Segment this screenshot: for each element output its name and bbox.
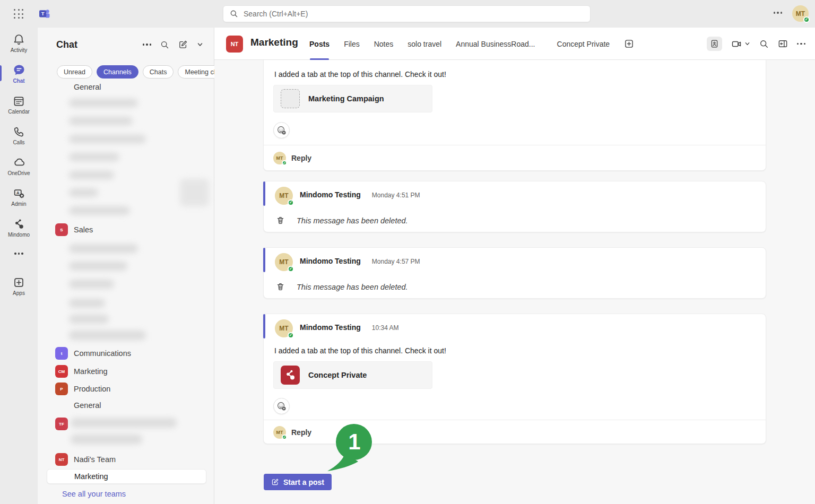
team-avatar-communications: t (55, 347, 68, 360)
calendar-icon (13, 95, 25, 107)
tab-solo-travel[interactable]: solo travel (408, 28, 441, 60)
author-avatar[interactable]: MT ✓ (275, 187, 293, 205)
roster-button[interactable] (707, 37, 722, 51)
rail-item-chat[interactable]: Chat (0, 58, 38, 89)
bell-icon (13, 33, 25, 46)
team-communications[interactable]: Communications (74, 346, 131, 361)
post-card-2: MT ✓ Mindomo Testing Monday 4:51 PM This… (263, 181, 766, 232)
rail-more-icon[interactable] (0, 243, 38, 264)
rail-item-activity[interactable]: Activity (0, 28, 38, 58)
redacted-text (69, 153, 119, 161)
add-reaction-button[interactable] (273, 398, 290, 414)
chat-sidebar: Chat Unread Channels Chats Meeting chats… (38, 28, 214, 504)
tab-posts[interactable]: Posts (309, 28, 330, 60)
teams-logo-icon: T (38, 7, 51, 20)
message-text: I added a tab at the top of this channel… (274, 346, 446, 355)
team-production[interactable]: Production (74, 381, 110, 396)
divider (264, 145, 766, 145)
mindomo-icon (13, 218, 25, 230)
see-all-teams-link[interactable]: See all your teams (62, 490, 126, 498)
unread-indicator (263, 181, 265, 206)
start-a-post-button[interactable]: Start a post (264, 474, 332, 490)
tab-notes[interactable]: Notes (374, 28, 394, 60)
author-name[interactable]: Mindomo Testing (300, 257, 361, 265)
app-launcher-waffle-icon[interactable] (14, 9, 24, 19)
deleted-message: This message has been deleted. (276, 282, 408, 291)
channel-list: General S Sales t Communications (38, 28, 214, 504)
add-reaction-button[interactable] (273, 122, 290, 138)
meet-chevron-down-icon (744, 41, 750, 47)
redacted-text (71, 418, 177, 428)
tab-files[interactable]: Files (344, 28, 360, 60)
redacted-text (69, 262, 127, 271)
top-bar: T MT ✓ (0, 0, 815, 28)
presence-available-icon: ✓ (282, 435, 287, 440)
divider (264, 420, 766, 420)
compose-icon (271, 478, 279, 486)
open-pane-icon[interactable] (778, 39, 788, 49)
rail-item-mindomo[interactable]: Mindomo (0, 212, 38, 243)
team-avatar-sales: S (55, 223, 68, 236)
topbar-more-icon[interactable] (774, 12, 783, 14)
dashed-placeholder-icon (281, 89, 300, 108)
channel-general-2[interactable]: General (74, 398, 101, 413)
app-rail: Activity Chat Calendar Calls OneDrive (0, 28, 38, 504)
redacted-text (69, 171, 114, 179)
author-avatar[interactable]: MT ✓ (275, 253, 293, 271)
apps-icon (13, 276, 25, 289)
unread-indicator (263, 248, 265, 272)
reply-avatar: MT ✓ (273, 426, 286, 439)
redacted-text (69, 244, 138, 253)
rail-item-onedrive[interactable]: OneDrive (0, 151, 38, 181)
rail-item-calendar[interactable]: Calendar (0, 89, 38, 120)
channel-more-icon[interactable] (797, 43, 806, 45)
author-avatar[interactable]: MT ✓ (275, 319, 293, 337)
reply-button[interactable]: MT ✓ Reply (273, 426, 311, 439)
message-timestamp: 10:34 AM (372, 324, 399, 332)
redacted-element (180, 179, 209, 206)
presence-available-icon: ✓ (288, 332, 294, 338)
redacted-text (71, 435, 142, 444)
presence-available-icon: ✓ (803, 16, 810, 23)
reply-button[interactable]: MT ✓ Reply (273, 152, 311, 164)
rail-item-admin[interactable]: A Admin (0, 181, 38, 212)
roster-icon (710, 39, 719, 48)
team-nadis-team[interactable]: Nadi's Team (74, 452, 116, 467)
rail-item-calls[interactable]: Calls (0, 120, 38, 151)
author-name[interactable]: Mindomo Testing (300, 190, 361, 199)
author-name[interactable]: Mindomo Testing (300, 323, 361, 332)
rail-item-apps[interactable]: Apps (0, 271, 38, 301)
my-avatar-initials: MT (796, 10, 805, 18)
channel-general-1[interactable]: General (74, 80, 101, 94)
redacted-text (69, 188, 98, 197)
channel-title[interactable]: Marketing (250, 37, 298, 48)
redacted-text (69, 135, 146, 143)
team-avatar-marketing: CM (55, 365, 68, 378)
channel-search-icon[interactable] (759, 39, 769, 49)
redacted-text (69, 331, 146, 340)
my-avatar[interactable]: MT ✓ (792, 5, 809, 22)
deleted-message: This message has been deleted. (276, 216, 408, 225)
chat-icon (13, 64, 25, 76)
phone-icon (13, 126, 25, 138)
team-avatar-production: P (55, 383, 68, 395)
team-avatar-redacted: TF (55, 418, 68, 430)
channel-marketing-selected[interactable]: Marketing (47, 469, 206, 484)
tab-annual-businessroad[interactable]: Annual BusinessRoad... (456, 28, 535, 60)
tab-concept-private[interactable]: Concept Private (557, 28, 610, 60)
channel-header: NT Marketing Posts Files Notes solo trav… (214, 28, 815, 60)
channel-team-avatar: NT (226, 36, 243, 53)
tab-card-concept-private[interactable]: Concept Private (273, 361, 432, 389)
meet-now-button[interactable] (731, 39, 750, 49)
tab-card-marketing-campaign[interactable]: Marketing Campaign (273, 85, 432, 112)
message-text: I added a tab at the top of this channel… (274, 70, 446, 79)
cloud-icon (13, 156, 25, 169)
trash-icon (276, 216, 285, 225)
team-marketing[interactable]: Marketing (74, 364, 108, 379)
rail-selected-indicator (0, 65, 2, 81)
global-search[interactable] (223, 5, 591, 22)
add-tab-icon[interactable] (624, 39, 634, 49)
search-input[interactable] (244, 10, 584, 18)
posts-list: I added a tab at the top of this channel… (214, 60, 815, 504)
team-sales[interactable]: Sales (74, 222, 93, 237)
